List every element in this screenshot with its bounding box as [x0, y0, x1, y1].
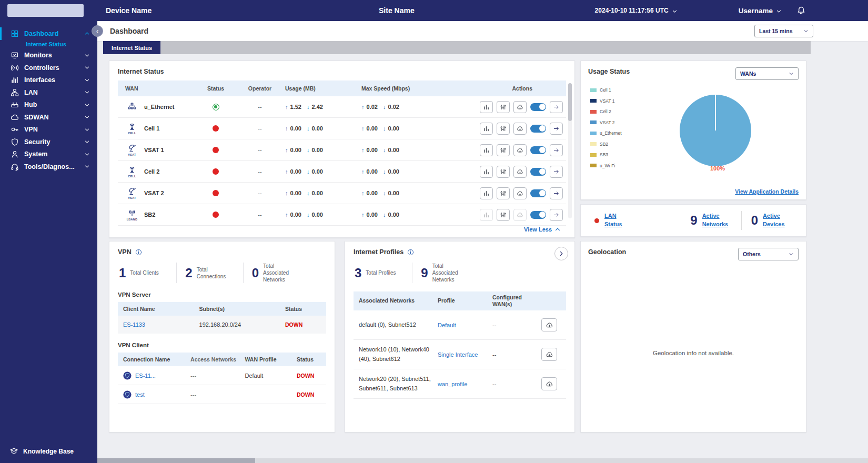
details-button[interactable]	[550, 144, 563, 156]
enable-toggle[interactable]	[530, 211, 546, 219]
details-button[interactable]	[550, 187, 563, 199]
profiles-next-button[interactable]	[554, 247, 568, 260]
active-devices-link[interactable]: Active Devices	[763, 212, 792, 229]
stat-label: Total Associated Networks	[432, 263, 470, 283]
cloud-action-button[interactable]	[541, 318, 557, 331]
time-range-select[interactable]: Last 15 mins	[754, 25, 813, 37]
vpn-client-header: Connection NameAccess NetworksWAN Profil…	[118, 353, 326, 366]
enable-toggle[interactable]	[530, 125, 546, 133]
status-badge: DOWN	[297, 391, 314, 398]
statistics-button[interactable]	[480, 144, 493, 156]
cloud-refresh-button[interactable]	[513, 123, 527, 135]
sidebar-item-system[interactable]: System	[0, 148, 97, 161]
sidebar-item-security[interactable]: Security	[0, 136, 97, 148]
vertical-scrollbar[interactable]	[568, 83, 572, 218]
profile-link[interactable]: Default	[438, 322, 456, 328]
cloud-refresh-button[interactable]	[513, 187, 527, 199]
bandwidth-button[interactable]	[497, 101, 510, 113]
bell-icon[interactable]	[796, 6, 806, 15]
wan-name: VSAT 2	[144, 190, 164, 196]
info-icon[interactable]	[407, 249, 414, 256]
profile-link[interactable]: wan_profile	[438, 381, 467, 387]
internet-status-card: Internet Status WANStatusOperatorUsage (…	[109, 61, 575, 238]
knowledge-base-link[interactable]: Knowledge Base	[9, 447, 74, 456]
bandwidth-button[interactable]	[497, 166, 510, 178]
statistics-button[interactable]	[480, 187, 493, 199]
chevron-down-icon	[789, 251, 794, 257]
sidebar-item-controllers[interactable]: Controllers	[0, 62, 97, 74]
statistics-button[interactable]	[480, 123, 493, 135]
connection-name-link[interactable]: test	[135, 391, 145, 398]
legend-label: SB2	[600, 142, 608, 147]
usage-filter-select[interactable]: WANs	[735, 67, 799, 80]
details-button[interactable]	[550, 123, 563, 135]
sidebar-collapse-button[interactable]: ‹	[92, 25, 103, 37]
scrollbar-thumb[interactable]	[97, 458, 255, 463]
bandwidth-button[interactable]	[497, 209, 510, 221]
legend-label: VSAT 2	[600, 120, 615, 125]
column-header: WAN	[118, 85, 197, 92]
enable-toggle[interactable]	[530, 189, 546, 197]
details-button[interactable]	[550, 101, 563, 113]
details-button[interactable]	[550, 166, 563, 178]
usage-filter-value: WANs	[740, 71, 756, 77]
enable-toggle[interactable]	[530, 168, 546, 176]
cloud-refresh-button[interactable]	[513, 166, 527, 178]
cloud-refresh-icon	[517, 212, 523, 218]
usage-value: ↑ 0.00↓ 0.00	[285, 168, 361, 175]
details-button[interactable]	[550, 209, 563, 221]
legend-label: u_Ethernet	[600, 130, 622, 136]
stat-total-profiles: 3Total Profiles	[354, 263, 412, 283]
bandwidth-button[interactable]	[497, 123, 510, 135]
cloud-refresh-button[interactable]	[513, 144, 527, 156]
details-icon	[553, 104, 560, 110]
cloud-refresh-button[interactable]	[513, 209, 527, 221]
statistics-button[interactable]	[480, 166, 493, 178]
bandwidth-button[interactable]	[497, 144, 510, 156]
cloud-action-button[interactable]	[541, 348, 557, 361]
info-icon[interactable]	[135, 249, 142, 256]
sidebar-subitem-internet-status[interactable]: Internet Status	[0, 40, 97, 49]
view-application-details-link[interactable]: View Application Details	[735, 188, 799, 195]
usage-status-card: Usage Status WANs Cell 1VSAT 1Cell 2VSAT…	[580, 61, 806, 200]
knowledge-base-icon	[9, 447, 18, 456]
view-less-link[interactable]: View Less	[524, 226, 561, 233]
sidebar-item-dashboard[interactable]: Dashboard	[0, 27, 97, 40]
statistics-button[interactable]	[480, 101, 493, 113]
username-menu[interactable]: Username	[739, 7, 773, 15]
connection-name-link[interactable]: ES-11...	[135, 373, 156, 379]
timestamp-menu[interactable]: 2024-10-10 11:17:56 UTC	[595, 7, 669, 14]
profile-link[interactable]: Single Interface	[438, 351, 478, 358]
wan-row-u-ethernet: u_Ethernet--↑ 1.52↓ 2.42↑ 0.02↓ 0.02	[118, 96, 566, 118]
enable-toggle[interactable]	[530, 103, 546, 111]
geolocation-filter-select[interactable]: Others	[738, 248, 799, 260]
sidebar-item-vpn[interactable]: VPN	[0, 124, 97, 136]
vpn-client-name-link[interactable]: ES-1133	[123, 321, 145, 328]
bandwidth-button[interactable]	[497, 187, 510, 199]
profile-row: Network10 (10), Network40 (40), Subnet61…	[354, 340, 566, 369]
associated-networks-value: Network10 (10), Network40 (40), Subnet61…	[354, 345, 438, 363]
bandwidth-icon	[500, 125, 507, 132]
lan-status-link[interactable]: LAN Status	[604, 212, 634, 229]
sidebar-item-sdwan[interactable]: SDWAN	[0, 111, 97, 124]
sidebar-item-tools-diagnos[interactable]: Tools/Diagnos...	[0, 160, 97, 173]
legend-item-u-ethernet: u_Ethernet	[590, 130, 622, 136]
tab-internet-status[interactable]: Internet Status	[103, 41, 160, 54]
scrollbar-thumb[interactable]	[568, 83, 572, 121]
operator-value: --	[235, 190, 285, 196]
profile-row: Network20 (20), Subnet511, Subnet611, Su…	[354, 369, 566, 399]
horizontal-scrollbar[interactable]	[97, 458, 868, 463]
page-title: Dashboard	[110, 27, 148, 35]
chevron-down-icon	[84, 77, 90, 83]
cloud-refresh-button[interactable]	[513, 101, 527, 113]
sidebar-item-lan[interactable]: LAN	[0, 86, 97, 99]
cloud-action-button[interactable]	[541, 377, 557, 390]
cell-icon	[128, 166, 136, 174]
sidebar-item-hub[interactable]: Hub	[0, 99, 97, 112]
statistics-button[interactable]	[480, 209, 493, 221]
sidebar-item-interfaces[interactable]: Interfaces	[0, 74, 97, 87]
enable-toggle[interactable]	[530, 146, 546, 154]
statistics-icon	[483, 125, 490, 132]
sidebar-item-monitors[interactable]: Monitors	[0, 49, 97, 62]
active-networks-link[interactable]: Active Networks	[702, 212, 732, 229]
